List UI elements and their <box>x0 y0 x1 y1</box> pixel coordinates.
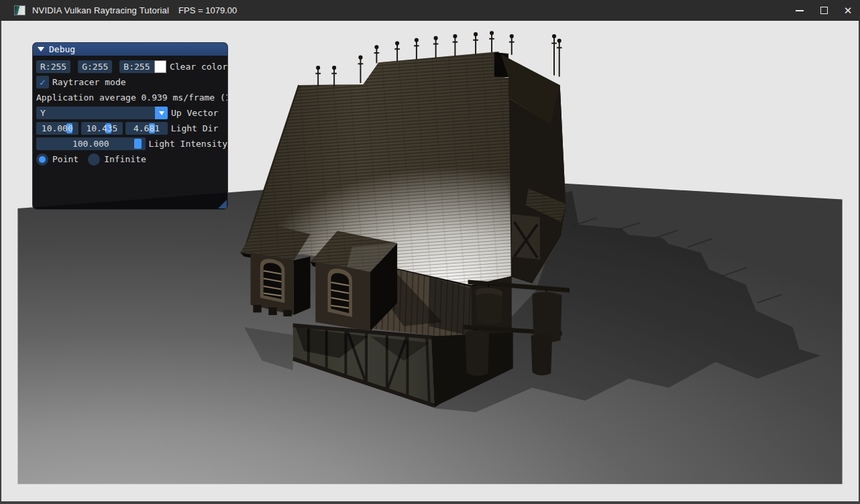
radio-dot <box>39 156 46 163</box>
clear-color-swatch[interactable] <box>154 60 166 73</box>
maximize-icon <box>820 7 828 14</box>
raytracer-label: Raytracer mode <box>52 77 126 87</box>
blue-value-button[interactable]: B:255 <box>119 60 154 73</box>
debug-panel-titlebar[interactable]: Debug <box>33 43 227 56</box>
minimize-button[interactable] <box>788 0 812 21</box>
app-window: NVIDIA Vulkan Raytracing Tutorial FPS = … <box>0 0 860 504</box>
light-intensity-slider[interactable]: 100.000 <box>36 137 146 150</box>
check-icon: ✓ <box>40 76 46 88</box>
hanging-sign <box>476 288 502 324</box>
light-dir-y-slider[interactable]: 10.435 <box>81 122 123 135</box>
light-dir-x-slider[interactable]: 10.000 <box>36 122 78 135</box>
chevron-down-icon <box>159 111 164 115</box>
combo-value: Y <box>40 108 46 118</box>
maximize-button[interactable] <box>812 0 836 21</box>
window-title: NVIDIA Vulkan Raytracing Tutorial <box>32 5 169 15</box>
perf-text: Application average 0.939 ms/frame (1064 <box>36 91 227 104</box>
up-vector-combo[interactable]: Y <box>36 107 168 119</box>
close-button[interactable]: ✕ <box>836 0 860 21</box>
raytracer-row: ✓ Raytracer mode <box>36 76 227 88</box>
light-intensity-row: 100.000 Light Intensity <box>36 137 227 150</box>
clear-color-row: R:255 G:255 B:255 Clear color <box>36 60 227 73</box>
debug-panel[interactable]: Debug R:255 G:255 B:255 Clear color ✓ Ra… <box>32 42 228 210</box>
infinite-radio[interactable] <box>88 153 100 166</box>
light-dir-z-value: 4.681 <box>133 123 160 133</box>
hanging-sign <box>466 330 489 376</box>
arched-window <box>328 269 352 317</box>
light-intensity-value: 100.000 <box>72 139 109 149</box>
resize-grip[interactable] <box>218 200 227 208</box>
app-icon <box>14 5 25 15</box>
titlebar: NVIDIA Vulkan Raytracing Tutorial FPS = … <box>0 0 860 21</box>
infinite-radio-label: Infinite <box>104 154 146 164</box>
up-vector-label: Up Vector <box>171 108 218 118</box>
clear-color-label: Clear color <box>170 62 227 72</box>
light-dir-z-slider[interactable]: 4.681 <box>125 122 168 135</box>
combo-arrow-button[interactable] <box>155 107 168 119</box>
panel-title-text: Debug <box>49 44 75 54</box>
slider-grab[interactable] <box>134 139 142 149</box>
point-radio-label: Point <box>52 154 78 164</box>
dormer-a <box>240 222 311 316</box>
arched-window <box>260 259 284 303</box>
hanging-sign <box>531 334 553 375</box>
collapse-arrow-icon[interactable] <box>38 47 44 52</box>
green-value-button[interactable]: G:255 <box>78 60 112 73</box>
light-dir-y-value: 10.435 <box>86 123 117 133</box>
point-radio[interactable] <box>36 153 48 166</box>
minimize-icon <box>796 10 804 11</box>
red-value-button[interactable]: R:255 <box>36 60 70 73</box>
light-dir-x-value: 10.000 <box>42 123 73 133</box>
fps-counter: FPS = 1079.00 <box>178 5 237 15</box>
light-dir-row: 10.000 10.435 4.681 Light Dir <box>36 122 227 135</box>
light-type-row: Point Infinite <box>36 153 227 166</box>
raytracer-checkbox[interactable]: ✓ <box>36 76 49 88</box>
up-vector-row: Y Up Vector <box>36 107 227 119</box>
light-dir-label: Light Dir <box>171 123 218 133</box>
light-intensity-label: Light Intensity <box>149 139 227 149</box>
